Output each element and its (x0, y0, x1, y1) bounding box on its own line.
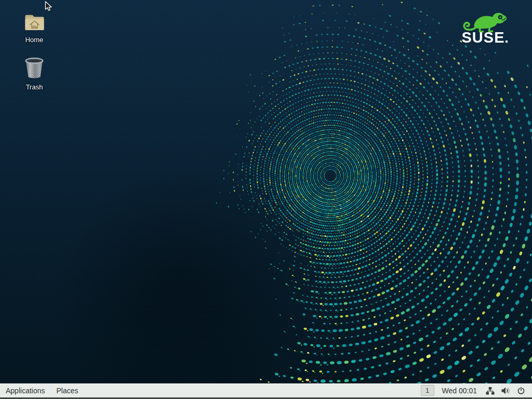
workspace-switcher[interactable]: 1 (421, 385, 434, 396)
clock[interactable]: Wed 00:01 (442, 387, 477, 395)
trash-basket-icon (24, 57, 45, 80)
wallpaper-image (0, 0, 532, 399)
menu-places[interactable]: Places (51, 383, 84, 397)
window-list-area (84, 383, 421, 397)
desktop-icon-home[interactable]: Home (14, 12, 55, 43)
desktop-icon-label: Trash (26, 84, 43, 90)
mouse-cursor (45, 1, 53, 11)
folder-home-icon (23, 12, 46, 33)
menu-applications[interactable]: Applications (0, 383, 51, 397)
power-icon[interactable] (517, 387, 525, 395)
volume-icon[interactable] (501, 387, 511, 395)
system-tray (486, 387, 532, 395)
logo-dot (506, 41, 508, 43)
taskbar: Applications Places 1 Wed 00:01 (0, 383, 532, 399)
desktop-icon-trash[interactable]: Trash (14, 57, 55, 90)
suse-wordmark: SUSE (462, 31, 508, 44)
network-wired-icon[interactable] (486, 387, 495, 395)
suse-logo: SUSE (454, 8, 515, 44)
desktop-icon-label: Home (25, 36, 44, 43)
